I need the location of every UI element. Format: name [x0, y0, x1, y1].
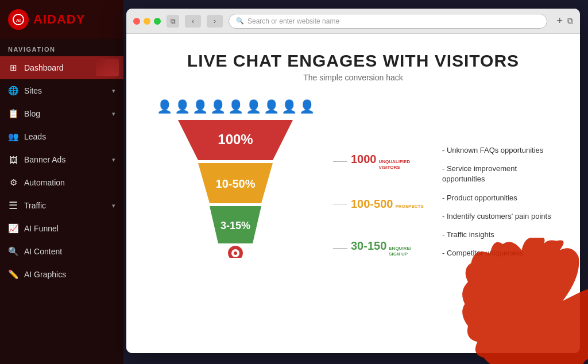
- new-tab-button[interactable]: +: [556, 15, 563, 27]
- person-icon: 👤: [228, 99, 243, 114]
- svg-text:100%: 100%: [218, 131, 253, 147]
- person-icon: 👤: [246, 99, 261, 114]
- sidebar-item-banner-ads[interactable]: 🖼 Banner Ads ▾: [0, 148, 123, 171]
- page-title: LIVE CHAT ENGAGES WITH VISITORS: [149, 51, 557, 71]
- bullet-item-5: - Traffic insights: [442, 230, 557, 240]
- sidebar-item-ai-funnel[interactable]: 📈 AI Funnel: [0, 217, 123, 240]
- sidebar-item-label: AI Content: [24, 247, 62, 256]
- logo-ai: AI: [33, 12, 47, 26]
- sites-icon: 🌐: [8, 86, 18, 96]
- stat-row-1: 1000 UNQUALIFIEDVISITORS: [333, 153, 431, 170]
- connector-line: [333, 248, 347, 249]
- browser-toolbar: ⧉ ‹ › 🔍 Search or enter website name + ⧉: [126, 9, 580, 34]
- minimize-button[interactable]: [144, 18, 150, 25]
- logo-icon: AI: [8, 9, 29, 30]
- forward-button[interactable]: ›: [207, 15, 223, 28]
- sidebar-item-label: Dashboard: [24, 63, 64, 72]
- stat-row-3: 30-150 ENQUIRE/SIGN UP: [333, 239, 431, 257]
- infographic-container: 👤 👤 👤 👤 👤 👤 👤 👤 👤 100%: [149, 99, 557, 258]
- bullet-item-2: - Service improvement opportunities: [442, 164, 557, 184]
- page-subtitle: The simple conversion hack: [149, 73, 557, 82]
- funnel-svg: 100% 10-50% 3-15%: [172, 120, 299, 258]
- bullet-item-3: - Product opportunities: [442, 193, 557, 203]
- sidebar-item-traffic[interactable]: ☰ Traffic ▾: [0, 194, 123, 217]
- stat-label-visitors: UNQUALIFIEDVISITORS: [379, 159, 405, 170]
- logo-dady: DADY: [47, 12, 85, 26]
- svg-text:10-50%: 10-50%: [216, 177, 256, 190]
- browser-actions: + ⧉: [556, 15, 573, 27]
- person-icon: 👤: [157, 99, 172, 114]
- address-bar[interactable]: 🔍 Search or enter website name: [229, 14, 547, 29]
- sidebar-item-label: Automation: [24, 178, 65, 187]
- logo-text: AIDADY: [33, 12, 85, 27]
- traffic-icon: ☰: [8, 200, 18, 211]
- person-icon: 👤: [210, 99, 226, 114]
- sidebar-item-ai-content[interactable]: 🔍 AI Content: [0, 240, 123, 263]
- svg-point-10: [234, 251, 237, 255]
- ai-funnel-icon: 📈: [8, 223, 18, 234]
- sidebar-item-dashboard[interactable]: ⊞ Dashboard: [0, 56, 123, 79]
- ai-graphics-icon: ✏️: [8, 269, 18, 280]
- sidebar-item-label: Banner Ads: [24, 155, 65, 164]
- sidebar-logo: AI AIDADY: [0, 0, 123, 39]
- stat-row-2: 100-500 PROSPECTS: [333, 198, 431, 211]
- chevron-down-icon: ▾: [112, 156, 115, 164]
- ai-content-icon: 🔍: [8, 246, 18, 257]
- tabs-icon[interactable]: ⧉: [167, 15, 179, 28]
- sidebar-item-label: Traffic: [24, 201, 46, 210]
- chevron-down-icon: ▾: [112, 202, 115, 210]
- blog-icon: 📋: [8, 109, 18, 119]
- person-icon: 👤: [299, 99, 315, 114]
- stat-value-prospects: 100-500: [351, 198, 393, 211]
- address-text: Search or enter website name: [247, 17, 339, 25]
- stat-label-signups: ENQUIRE/SIGN UP: [389, 246, 411, 257]
- sidebar-item-label: AI Funnel: [24, 224, 59, 233]
- bullets-section: - Unknown FAQs opportunities - Service i…: [442, 99, 557, 258]
- sidebar-item-label: AI Graphics: [24, 270, 66, 279]
- sidebar-item-label: Leads: [24, 132, 46, 141]
- sidebar-item-ai-graphics[interactable]: ✏️ AI Graphics: [0, 263, 123, 286]
- dashboard-icon: ⊞: [8, 63, 18, 73]
- people-row: 👤 👤 👤 👤 👤 👤 👤 👤 👤: [157, 99, 315, 114]
- browser-window: ⧉ ‹ › 🔍 Search or enter website name + ⧉…: [126, 9, 580, 353]
- duplicate-tab-button[interactable]: ⧉: [567, 16, 573, 26]
- funnel-section: 👤 👤 👤 👤 👤 👤 👤 👤 👤 100%: [149, 99, 322, 258]
- bullet-item-1: - Unknown FAQs opportunities: [442, 145, 557, 156]
- person-icon: 👤: [281, 99, 297, 114]
- connector-line: [333, 204, 347, 204]
- sidebar-item-leads[interactable]: 👥 Leads: [0, 125, 123, 148]
- browser-content: LIVE CHAT ENGAGES WITH VISITORS The simp…: [126, 34, 580, 353]
- automation-icon: ⚙: [8, 177, 18, 188]
- window-controls: [133, 18, 161, 25]
- person-icon: 👤: [175, 99, 190, 114]
- bullet-item-4: - Indentify customers' pain points: [442, 211, 557, 222]
- chevron-down-icon: ▾: [112, 110, 115, 118]
- connector-line: [333, 161, 347, 162]
- maximize-button[interactable]: [154, 18, 161, 25]
- banner-ads-icon: 🖼: [8, 154, 18, 165]
- close-button[interactable]: [133, 18, 140, 25]
- sidebar-item-blog[interactable]: 📋 Blog ▾: [0, 102, 123, 125]
- stats-section: 1000 UNQUALIFIEDVISITORS 100-500 PROSPEC…: [333, 99, 431, 257]
- bullet-item-6: - Competitor uniqueness: [442, 248, 557, 258]
- person-icon: 👤: [192, 99, 208, 114]
- svg-text:3-15%: 3-15%: [220, 220, 250, 231]
- sidebar-item-label: Blog: [24, 109, 40, 118]
- nav-section-label: NAVIGATION: [0, 39, 123, 56]
- dashboard-thumbnail: [96, 59, 119, 76]
- person-icon: 👤: [264, 99, 279, 114]
- stat-value-visitors: 1000: [351, 153, 377, 166]
- leads-icon: 👥: [8, 131, 18, 142]
- sidebar-item-sites[interactable]: 🌐 Sites ▾: [0, 79, 123, 102]
- chevron-down-icon: ▾: [112, 87, 115, 95]
- sidebar-item-automation[interactable]: ⚙ Automation: [0, 171, 123, 194]
- back-button[interactable]: ‹: [185, 15, 201, 28]
- stat-value-signups: 30-150: [351, 239, 386, 253]
- sidebar-item-label: Sites: [24, 86, 42, 95]
- sidebar: AI AIDADY NAVIGATION ⊞ Dashboard 🌐 Sites…: [0, 0, 123, 364]
- svg-text:AI: AI: [16, 18, 21, 23]
- stat-label-prospects: PROSPECTS: [395, 204, 421, 210]
- search-icon: 🔍: [236, 17, 244, 25]
